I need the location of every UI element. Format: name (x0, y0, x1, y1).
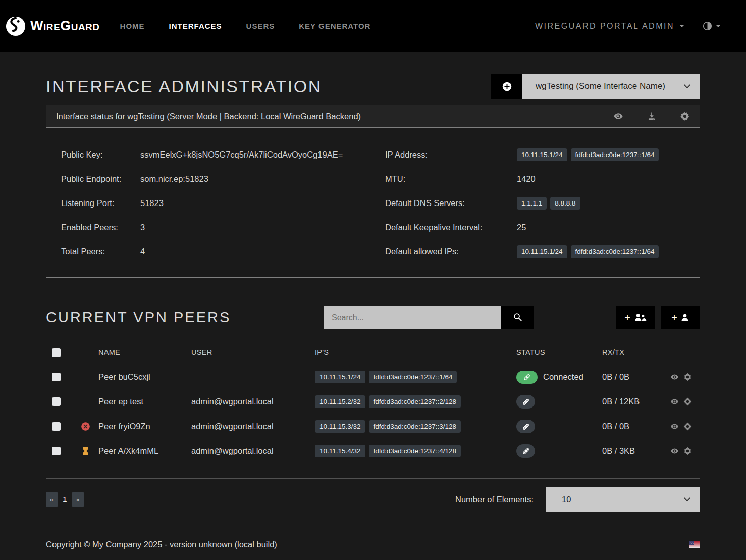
caret-down-icon (716, 25, 721, 27)
detail-value: 10.11.15.1/24fdfd:d3ad:c0de:1237::1/64 (517, 245, 659, 258)
add-multiple-peers-button[interactable]: + (616, 306, 655, 329)
nav-item-users[interactable]: USERS (246, 22, 275, 30)
detail-label: MTU: (385, 174, 517, 184)
peer-view-eye-icon[interactable] (670, 397, 679, 406)
peer-view-eye-icon[interactable] (670, 373, 679, 381)
detail-row: Enabled Peers: 3 (46, 220, 373, 234)
detail-row: Total Peers: 4 (46, 244, 373, 259)
table-header: NAME USER IP'S STATUS RX/TX (46, 340, 700, 365)
detail-label: Public Endpoint: (61, 174, 140, 184)
interface-details-left: Public Key: ssvmEelxG+k8jsNO5G7cq5r/Ak7l… (46, 147, 373, 259)
table-divider (46, 478, 700, 479)
detail-label: IP Address: (385, 150, 517, 160)
detail-label: Default Keepalive Interval: (385, 223, 517, 232)
detail-label: Default allowed IPs: (385, 247, 517, 257)
detail-label: Public Key: (61, 150, 140, 160)
peer-view-eye-icon[interactable] (670, 422, 679, 431)
ip-badge: fdfd:d3ad:c0de:1237::2/128 (369, 395, 461, 408)
peer-rxtx: 0B / 12KB (602, 397, 670, 406)
ip-badge: fdfd:d3ad:c0de:1237::1/64 (369, 371, 457, 383)
peer-expired-icon (81, 422, 98, 431)
detail-value: 4 (140, 247, 145, 257)
plus-icon: + (671, 313, 677, 323)
status-disconnected-badge (516, 444, 535, 458)
peer-settings-gear-icon[interactable] (683, 447, 692, 455)
peer-user: admin@wgportal.local (191, 422, 315, 431)
peer-status (516, 444, 602, 458)
column-header-name: NAME (98, 348, 191, 357)
caret-down-icon (679, 25, 684, 27)
search-input[interactable] (324, 306, 501, 329)
select-all-checkbox[interactable] (52, 348, 61, 357)
theme-toggle[interactable] (703, 21, 721, 31)
card-header-title: Interface status for wgTesting (Server M… (56, 112, 361, 121)
peer-rxtx: 0B / 0B (602, 372, 670, 382)
pagination-next-button[interactable]: » (72, 492, 84, 507)
elements-count-value: 10 (562, 495, 571, 504)
peer-ips: 10.11.15.1/24fdfd:d3ad:c0de:1237::1/64 (315, 371, 516, 383)
detail-value: 1420 (517, 174, 536, 184)
ip-badge: 1.1.1.1 (517, 197, 547, 210)
detail-value: 3 (140, 223, 145, 232)
detail-row: IP Address: 10.11.15.1/24fdfd:d3ad:c0de:… (373, 147, 700, 162)
interface-select[interactable]: wgTesting (Some Interface Name) (522, 74, 700, 99)
detail-label: Listening Port: (61, 198, 140, 208)
row-checkbox[interactable] (52, 373, 61, 381)
chevron-down-icon (683, 84, 691, 89)
detail-row: MTU: 1420 (373, 172, 700, 186)
ip-badge: fdfd:d3ad:c0de:1237::1/64 (571, 148, 659, 161)
copyright-text: Copyright © My Company 2025 - version un… (46, 540, 277, 549)
row-checkbox[interactable] (52, 422, 61, 431)
peer-name: Peer buC5cxjl (98, 372, 191, 382)
nav-item-home[interactable]: HOME (120, 22, 145, 30)
peer-settings-gear-icon[interactable] (683, 373, 692, 381)
elements-count-label: Number of Elements: (455, 495, 534, 504)
plus-circle-icon (502, 81, 512, 92)
interface-settings-gear-icon[interactable] (680, 111, 690, 121)
nav-item-interfaces[interactable]: INTERFACES (169, 22, 222, 30)
search-icon (513, 312, 522, 323)
navbar: WireGuard HOMEINTERFACESUSERSKEY GENERAT… (0, 0, 746, 52)
peers-section-title: CURRENT VPN PEERS (46, 309, 231, 326)
row-checkbox[interactable] (52, 447, 61, 455)
peer-settings-gear-icon[interactable] (683, 397, 692, 406)
user-menu-label: WIREGUARD PORTAL ADMIN (535, 22, 674, 31)
pagination-prev-button[interactable]: « (46, 492, 58, 507)
chevron-down-icon (683, 497, 691, 502)
peer-name: Peer A/Xk4mML (98, 446, 191, 456)
status-connected-badge (516, 371, 538, 384)
detail-value: 51823 (140, 198, 164, 208)
table-row: Peer ep test admin@wgportal.local 10.11.… (46, 389, 700, 414)
nav-item-key-generator[interactable]: KEY GENERATOR (299, 22, 370, 30)
ip-badge: 10.11.15.2/32 (315, 395, 365, 408)
row-checkbox[interactable] (52, 397, 61, 406)
detail-label: Enabled Peers: (61, 223, 140, 232)
column-header-ips: IP'S (315, 348, 516, 357)
ip-badge: 10.11.15.1/24 (517, 148, 567, 161)
page-title: INTERFACE ADMINISTRATION (46, 77, 322, 96)
peer-ips: 10.11.15.2/32fdfd:d3ad:c0de:1237::2/128 (315, 395, 516, 408)
detail-label: Total Peers: (61, 247, 140, 257)
peer-view-eye-icon[interactable] (670, 447, 679, 455)
footer: Copyright © My Company 2025 - version un… (46, 540, 700, 549)
ip-badge: 10.11.15.3/32 (315, 420, 365, 433)
add-peer-button[interactable]: + (661, 306, 700, 329)
ip-badge: 10.11.15.4/32 (315, 445, 365, 457)
peer-settings-gear-icon[interactable] (683, 422, 692, 431)
column-header-status: STATUS (516, 348, 602, 357)
plus-icon: + (624, 313, 630, 323)
user-icon (680, 313, 689, 322)
detail-value: som.nicr.ep:51823 (140, 174, 208, 184)
search-button[interactable] (501, 306, 534, 329)
pagination-current-page[interactable]: 1 (63, 495, 67, 504)
peer-name: Peer fryiO9Zn (98, 422, 191, 431)
elements-count-select[interactable]: 10 (546, 487, 700, 512)
brand-logo[interactable]: WireGuard (5, 16, 100, 37)
add-interface-button[interactable] (491, 74, 522, 99)
brand-name: WireGuard (30, 18, 100, 34)
language-flag-us-icon[interactable] (689, 541, 700, 548)
show-config-eye-icon[interactable] (613, 111, 623, 121)
detail-value: 25 (517, 223, 526, 232)
user-menu[interactable]: WIREGUARD PORTAL ADMIN (535, 22, 684, 31)
download-config-icon[interactable] (647, 111, 657, 121)
